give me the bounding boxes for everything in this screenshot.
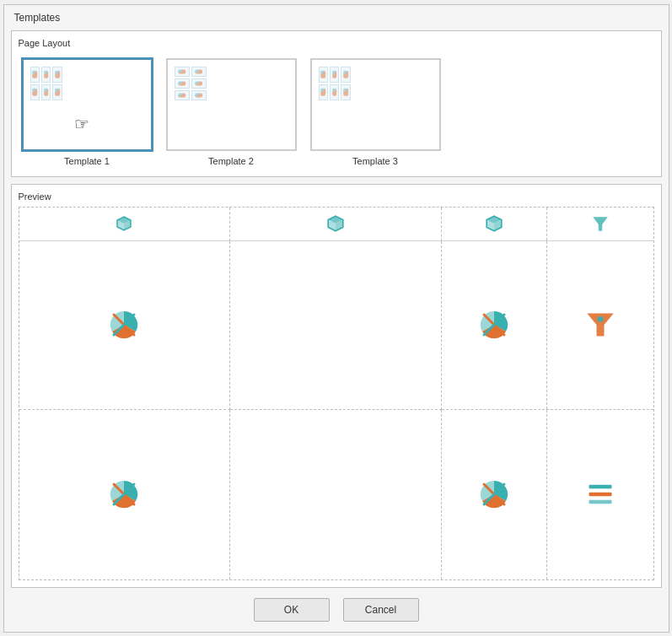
data-cell-row1-col2 <box>230 241 442 411</box>
tmpl3-cell <box>319 84 328 100</box>
template-2-thumb[interactable] <box>166 58 297 151</box>
cancel-button[interactable]: Cancel <box>343 598 419 622</box>
template-2-name: Template 2 <box>208 156 254 166</box>
pie-chart-icon-2 <box>477 308 511 342</box>
cursor-hand-icon: ☞ <box>74 114 89 134</box>
tmpl1-cell <box>41 84 51 100</box>
pie-chart-icon-4 <box>477 477 511 511</box>
tmpl3-cell <box>330 84 339 100</box>
pie-chart-icon-1 <box>107 308 141 342</box>
tmpl2-cell <box>191 78 207 89</box>
dialog-footer: OK Cancel <box>11 588 662 625</box>
data-cell-row2-col2 <box>230 410 442 579</box>
page-layout-section: Page Layout ☞ Template 1 <box>11 30 662 177</box>
pie-chart-icon-3 <box>107 477 141 511</box>
cube-icon-2 <box>326 214 345 233</box>
tmpl1-cell <box>41 67 51 83</box>
tmpl2-cell <box>191 67 207 77</box>
svg-rect-25 <box>589 500 611 504</box>
templates-row: ☞ Template 1 Template 2 <box>19 55 654 170</box>
data-cell-row1-col34 <box>442 241 653 411</box>
tmpl2-cell <box>175 78 190 89</box>
data-cell-row2-col34 <box>442 410 653 579</box>
tmpl1-cell <box>30 84 40 100</box>
tmpl3-cell <box>341 84 350 100</box>
header-cell-1 <box>19 208 231 241</box>
preview-label: Preview <box>19 191 654 202</box>
svg-marker-12 <box>593 217 608 231</box>
template-1-name: Template 1 <box>64 156 110 166</box>
tmpl1-cell <box>30 67 40 83</box>
ok-button[interactable]: OK <box>254 598 330 622</box>
tmpl3-cell <box>330 67 339 83</box>
preview-grid-container <box>19 207 654 580</box>
list-icon <box>585 479 616 509</box>
preview-section: Preview <box>11 184 662 588</box>
template-3-item[interactable]: Template 3 <box>310 58 441 166</box>
funnel-header-icon <box>591 214 610 233</box>
header-cell-34 <box>442 208 653 241</box>
tmpl2-cell <box>175 90 190 100</box>
template-3-thumb[interactable] <box>310 58 441 151</box>
data-cell-row2-col1 <box>19 410 231 579</box>
template-2-item[interactable]: Template 2 <box>166 58 297 166</box>
templates-dialog: Templates Page Layout ☞ Template <box>3 4 669 633</box>
tmpl1-cell <box>52 84 62 100</box>
page-layout-label: Page Layout <box>19 38 654 48</box>
header-cell-2 <box>230 208 442 241</box>
data-cell-row1-col1 <box>19 241 231 411</box>
tmpl2-cell <box>191 90 207 100</box>
preview-grid <box>19 207 654 580</box>
svg-rect-23 <box>589 485 611 489</box>
svg-point-18 <box>597 316 603 322</box>
template-3-name: Template 3 <box>352 156 398 166</box>
tmpl1-cell <box>52 67 62 83</box>
tmpl3-cell <box>341 67 350 83</box>
funnel-color-icon <box>585 310 616 340</box>
tmpl2-cell <box>175 67 190 77</box>
cube-icon-3 <box>485 214 503 233</box>
tmpl3-cell <box>319 67 328 83</box>
svg-rect-24 <box>589 493 611 497</box>
template-1-item[interactable]: ☞ Template 1 <box>22 58 153 166</box>
cube-icon-1 <box>116 215 132 232</box>
dialog-title: Templates <box>11 12 662 24</box>
template-1-thumb[interactable]: ☞ <box>22 58 153 151</box>
